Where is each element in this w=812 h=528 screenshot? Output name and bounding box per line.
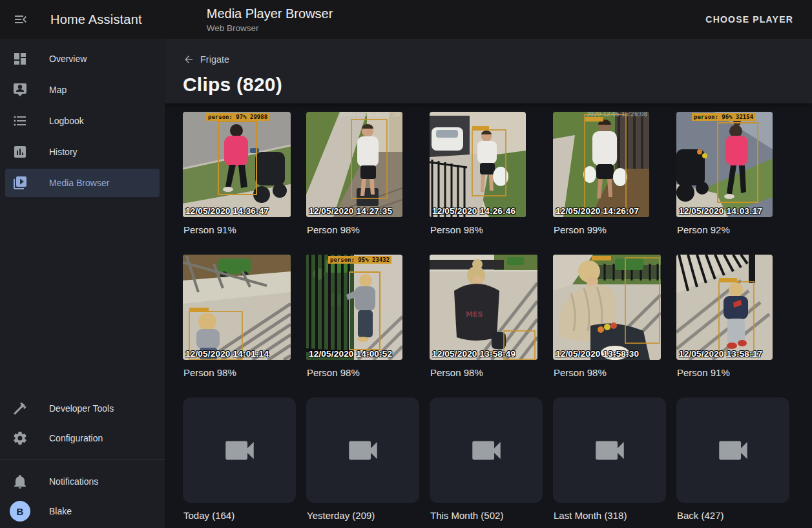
clip-thumbnail-7[interactable]: person: 95% 23432 12/05/2020 14:00:52: [306, 255, 402, 360]
clip-cell: 2020-12-05 15:27:35 12/05/2020 14:27:35 …: [306, 112, 419, 255]
folder-cell: Last Month (318): [553, 397, 666, 528]
folder-yesterday[interactable]: [306, 397, 419, 503]
camera-osd-text: 2020-12-05 15:27:35: [340, 112, 401, 118]
folder-last-month[interactable]: [553, 397, 666, 503]
clip-scene: [306, 112, 402, 217]
clip-label: Person 91%: [677, 366, 789, 379]
sidebar-item-label: Media Browser: [49, 178, 109, 188]
detection-label: person: 95% 23432: [328, 256, 391, 264]
sidebar-toggle-button[interactable]: [13, 12, 28, 27]
video-camera-icon: [221, 432, 258, 469]
clip-scene: [183, 112, 291, 217]
breadcrumb-label: Frigate: [200, 54, 229, 65]
sidebar-item-map[interactable]: Map: [5, 76, 160, 104]
folder-label: Last Month (318): [554, 509, 666, 522]
clip-scene: [676, 112, 773, 217]
folder-label: Today (164): [183, 509, 296, 522]
sidebar-item-history[interactable]: History: [5, 138, 160, 166]
clip-thumbnail-4[interactable]: 2020-12-05 15:26:08 12/05/2020 14:26:07: [553, 112, 649, 217]
clip-cell: 12/05/2020 13:58:17 Person 91%: [676, 255, 789, 397]
video-camera-icon: [714, 432, 752, 469]
clip-thumbnail-5[interactable]: person: 96% 32154 12/05/2020 14:03:17: [676, 112, 773, 217]
clip-scene: MES: [430, 255, 537, 360]
clip-scene: [676, 255, 773, 360]
menu-open-icon: [13, 12, 28, 27]
sidebar-item-label: History: [49, 147, 78, 157]
clip-cell: person: 95% 23432 12/05/2020 14:00:52 Pe…: [306, 255, 419, 397]
clip-label: Person 98%: [183, 366, 296, 379]
folder-this-month[interactable]: [430, 397, 543, 503]
clip-timestamp: 12/05/2020 14:26:07: [556, 206, 639, 216]
list-icon: [12, 113, 28, 129]
play-box-multiple-icon: [12, 175, 28, 191]
svg-text:MES: MES: [466, 310, 483, 319]
clip-label: Person 91%: [183, 224, 296, 237]
folder-today[interactable]: [183, 397, 296, 503]
clip-cell: MES 12/05/2020 13:58:49 Person 98%: [430, 255, 543, 397]
clip-thumbnail-9[interactable]: 12/05/2020 13:58:30: [553, 255, 661, 360]
avatar: B: [10, 501, 30, 522]
video-camera-icon: [344, 432, 382, 469]
clip-timestamp: 12/05/2020 14:36:47: [185, 206, 269, 216]
user-name: Blake: [49, 506, 72, 516]
clip-thumbnail-8[interactable]: MES 12/05/2020 13:58:49: [430, 255, 537, 360]
sidebar-item-overview[interactable]: Overview: [5, 45, 160, 73]
detection-label: person: 96% 32154: [692, 113, 755, 121]
clip-thumbnail-1[interactable]: person: 97% 29988 12/05/2020 14:36:47: [183, 112, 291, 217]
folder-back[interactable]: [676, 397, 789, 503]
main-content: Frigate Clips (820): [165, 0, 812, 528]
clip-label: Person 98%: [307, 366, 419, 379]
page-heading: Media Player Browser Web Browser: [207, 6, 333, 33]
app-title: Home Assistant: [50, 12, 142, 27]
clip-scene: [306, 255, 402, 360]
clip-cell: 12/05/2020 14:26:46 Person 98%: [430, 112, 543, 255]
clip-timestamp: 12/05/2020 14:00:52: [309, 349, 392, 359]
page-subtitle: Web Browser: [207, 23, 333, 33]
clip-timestamp: 12/05/2020 13:58:17: [679, 349, 762, 359]
folder-label: Back (427): [677, 509, 789, 522]
clip-thumbnail-6[interactable]: 12/05/2020 14:01:14: [183, 255, 291, 360]
sidebar-item-profile[interactable]: B Blake: [5, 497, 160, 525]
breadcrumb-back-frigate[interactable]: Frigate: [183, 39, 229, 65]
sidebar-item-configuration[interactable]: Configuration: [5, 424, 160, 452]
gear-icon: [12, 430, 28, 446]
folder-cell: Yesterday (209): [306, 397, 419, 528]
clip-cell: person: 97% 29988 12/05/2020 14:36:47 Pe…: [183, 112, 296, 255]
sidebar-item-label: Logbook: [49, 116, 84, 126]
sidebar-item-developer-tools[interactable]: Developer Tools: [5, 394, 160, 423]
clip-cell: 12/05/2020 13:58:30 Person 98%: [553, 255, 666, 397]
page-title: Media Player Browser: [207, 6, 333, 21]
sidebar-divider: [0, 459, 165, 459]
clip-label: Person 98%: [307, 224, 419, 237]
clip-cell: person: 96% 32154 12/05/2020 14:03:17 Pe…: [676, 112, 789, 255]
clip-timestamp: 12/05/2020 13:58:49: [432, 349, 515, 359]
content-header: Frigate Clips (820): [165, 39, 812, 103]
folder-cell: Back (427): [676, 397, 789, 528]
clip-thumbnail-2[interactable]: 2020-12-05 15:27:35 12/05/2020 14:27:35: [306, 112, 402, 217]
account-location-icon: [12, 82, 28, 98]
folder-cell: This Month (502): [430, 397, 543, 528]
clip-timestamp: 12/05/2020 14:26:46: [432, 206, 515, 216]
sidebar-item-notifications[interactable]: Notifications: [5, 467, 160, 496]
sidebar-item-label: Configuration: [49, 433, 103, 443]
clip-cell: 2020-12-05 15:26:08 12/05/2020 14:26:07 …: [553, 112, 666, 255]
clip-thumbnail-3[interactable]: 12/05/2020 14:26:46: [430, 112, 526, 217]
media-grid: person: 97% 29988 12/05/2020 14:36:47 Pe…: [165, 103, 812, 528]
folder-label: This Month (502): [430, 509, 543, 522]
sidebar-item-media-browser[interactable]: Media Browser: [5, 169, 160, 197]
choose-player-button[interactable]: CHOOSE PLAYER: [700, 9, 798, 30]
clip-label: Person 98%: [554, 366, 666, 379]
folder-label: Yesterday (209): [307, 509, 419, 522]
clip-timestamp: 12/05/2020 14:01:14: [185, 349, 269, 359]
clip-label: Person 98%: [430, 366, 543, 379]
sidebar-item-logbook[interactable]: Logbook: [5, 107, 160, 135]
folder-cell: Today (164): [183, 397, 296, 528]
detection-label: person: 97% 29988: [206, 113, 269, 121]
video-camera-icon: [468, 432, 505, 469]
bell-icon: [12, 474, 28, 489]
sidebar: Overview Map Logbook History Media Brows…: [0, 39, 165, 528]
camera-osd-text: 2020-12-05 15:26:08: [587, 112, 647, 118]
clip-thumbnail-10[interactable]: 12/05/2020 13:58:17: [676, 255, 773, 360]
clip-scene: [183, 255, 291, 360]
app-header: Home Assistant Media Player Browser Web …: [0, 0, 812, 39]
